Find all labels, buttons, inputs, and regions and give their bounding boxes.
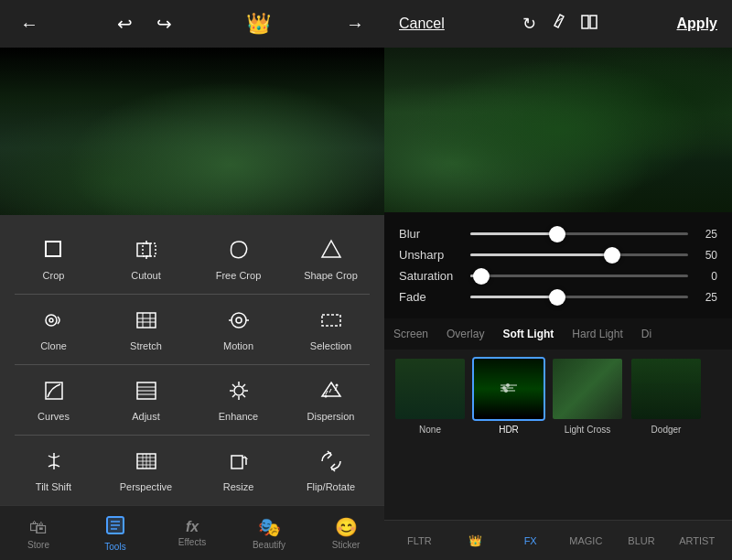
tool-free-crop[interactable]: Free Crop (192, 228, 285, 290)
nav-effects[interactable]: fx Effects (154, 506, 231, 560)
tab-magic[interactable]: MAGIC (558, 532, 614, 550)
mode-di[interactable]: Di (632, 324, 661, 344)
tool-flip-rotate[interactable]: Flip/Rotate (285, 439, 377, 501)
tool-dispersion[interactable]: Dispersion (285, 369, 377, 431)
shape-crop-icon (318, 237, 344, 266)
tab-blur[interactable]: BLUR (614, 532, 670, 550)
tool-perspective[interactable]: Perspective (100, 439, 192, 501)
effects-icon: fx (186, 519, 199, 535)
saturation-thumb[interactable] (473, 268, 490, 285)
perspective-label: Perspective (120, 481, 172, 492)
svg-point-13 (231, 313, 246, 328)
free-crop-label: Free Crop (216, 270, 262, 281)
tab-fx[interactable]: FX (502, 532, 558, 550)
unsharp-slider-row: Unsharp 50 (399, 248, 717, 262)
nav-store-label: Store (27, 540, 49, 550)
compare-icon[interactable] (580, 13, 598, 36)
tab-crown[interactable]: 👑 (447, 531, 503, 551)
crop-label: Crop (43, 270, 65, 281)
nav-beautify[interactable]: 🎭 Beautify (231, 506, 307, 560)
tool-adjust[interactable]: Adjust (100, 369, 192, 431)
blur-track[interactable] (470, 232, 688, 235)
tool-clone[interactable]: Clone (7, 298, 100, 361)
tab-fltr[interactable]: FLTR (392, 532, 447, 550)
fade-fill (470, 296, 557, 298)
svg-rect-55 (590, 16, 597, 28)
selection-icon (318, 307, 344, 337)
tool-motion[interactable]: Motion (192, 298, 285, 361)
enhance-icon (226, 378, 252, 407)
thumb-light-cross-img (551, 357, 624, 421)
cutout-icon (134, 237, 159, 266)
store-icon: 🛍 (29, 517, 48, 538)
tool-resize[interactable]: Resize (192, 439, 285, 501)
divider-1 (15, 294, 370, 295)
thumb-hdr-img (472, 357, 545, 421)
cancel-button[interactable]: Cancel (399, 16, 445, 32)
eraser-icon[interactable] (549, 13, 567, 36)
refresh-icon[interactable]: ↻ (522, 14, 536, 34)
thumb-none-bg (395, 359, 465, 419)
forward-button[interactable]: → (342, 10, 368, 38)
svg-point-6 (46, 315, 57, 326)
nav-store[interactable]: 🛍 Store (0, 506, 77, 560)
mode-hard-light[interactable]: Hard Light (563, 324, 631, 344)
mode-soft-light[interactable]: Soft Light (493, 324, 563, 344)
fade-track[interactable] (470, 296, 688, 298)
clone-label: Clone (40, 340, 67, 351)
tool-shape-crop[interactable]: Shape Crop (285, 228, 377, 290)
mode-screen[interactable]: Screen (384, 324, 437, 344)
tool-stretch[interactable]: Stretch (100, 298, 192, 361)
undo-button[interactable]: ↩ (113, 9, 136, 38)
nav-tools[interactable]: Tools (77, 506, 154, 560)
tool-curves[interactable]: Curves (7, 369, 100, 431)
thumb-dodger-label: Dodger (651, 425, 682, 435)
svg-line-29 (242, 394, 245, 397)
thumb-hdr[interactable]: HDR (472, 357, 545, 435)
sticker-icon: 😊 (335, 516, 358, 538)
motion-label: Motion (223, 340, 253, 351)
fade-value: 25 (695, 291, 717, 304)
thumb-none[interactable]: None (393, 357, 467, 435)
effect-modes: Screen Overlay Soft Light Hard Light Di (384, 318, 732, 350)
fade-thumb[interactable] (549, 289, 565, 306)
curves-label: Curves (38, 411, 70, 422)
tool-selection[interactable]: Selection (285, 298, 377, 361)
tool-cutout[interactable]: Cutout (100, 228, 192, 290)
right-header: Cancel ↻ Apply (384, 0, 732, 48)
tools-icon (105, 515, 125, 540)
saturation-track[interactable] (470, 275, 688, 277)
divider-3 (15, 435, 370, 436)
thumb-none-img (393, 357, 467, 421)
mode-overlay[interactable]: Overlay (437, 324, 493, 344)
svg-rect-2 (143, 243, 156, 256)
free-crop-icon (226, 237, 252, 266)
tool-tilt-shift[interactable]: Tilt Shift (7, 439, 100, 501)
saturation-label: Saturation (399, 269, 463, 283)
redo-button[interactable]: ↪ (153, 9, 176, 38)
unsharp-fill (470, 253, 612, 256)
bottom-tab-bar: FLTR 👑 FX MAGIC BLUR ARTIST (384, 520, 732, 560)
dispersion-icon (318, 378, 344, 407)
unsharp-track[interactable] (470, 253, 688, 256)
cutout-label: Cutout (131, 270, 160, 281)
nav-sticker[interactable]: 😊 Sticker (307, 506, 384, 560)
divider-2 (15, 364, 370, 365)
back-button[interactable]: ← (16, 10, 42, 38)
thumb-light-cross-label: Light Cross (565, 425, 611, 435)
unsharp-thumb[interactable] (604, 247, 620, 264)
tool-crop[interactable]: Crop (7, 228, 100, 290)
svg-point-7 (49, 318, 53, 322)
svg-rect-54 (582, 16, 588, 28)
svg-line-31 (232, 394, 235, 397)
tool-enhance[interactable]: Enhance (192, 369, 285, 431)
svg-rect-8 (137, 313, 156, 328)
apply-button[interactable]: Apply (677, 16, 717, 32)
tab-artist[interactable]: ARTIST (669, 532, 725, 550)
tilt-shift-icon (41, 448, 67, 478)
thumb-dodger[interactable]: Dodger (630, 357, 703, 435)
blur-thumb[interactable] (549, 226, 565, 242)
beautify-icon: 🎭 (258, 516, 281, 538)
thumb-light-cross[interactable]: Light Cross (551, 357, 624, 435)
thumb-dodger-img (630, 357, 703, 421)
